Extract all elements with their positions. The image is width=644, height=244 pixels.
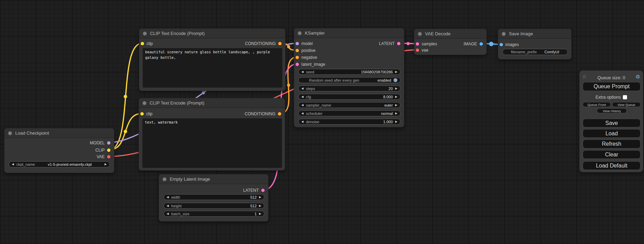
increment-arrow-icon[interactable]: ▶ (259, 196, 261, 199)
random-seed-toggle-widget[interactable]: Random seed after every gen enabled (298, 77, 400, 83)
input-slot-clip[interactable]: clip (140, 110, 152, 117)
output-slot-latent[interactable]: LATENT (379, 40, 400, 47)
batch-size-widget[interactable]: ◀ batch_size 1 ▶ (164, 211, 264, 217)
collapse-dot-icon[interactable] (162, 177, 167, 181)
clip-slot-icon[interactable] (107, 148, 111, 152)
clip-slot-icon[interactable] (140, 112, 144, 116)
queue-front-button[interactable]: Queue Front (583, 102, 611, 107)
decrement-arrow-icon[interactable]: ◀ (167, 213, 169, 215)
decrement-arrow-icon[interactable]: ◀ (12, 163, 14, 166)
load-button[interactable]: Load (583, 129, 641, 138)
toggle-on-icon[interactable] (394, 78, 397, 82)
clip-slot-icon[interactable] (141, 42, 144, 45)
latent-slot-icon[interactable] (295, 63, 299, 66)
input-slot-positive[interactable]: positive (295, 47, 316, 54)
widget-value[interactable]: 156680208700286 (361, 70, 393, 74)
node-load-checkpoint[interactable]: Load Checkpoint MODEL CLIP VAE ◀ ckpt_na… (4, 128, 114, 173)
widget-value[interactable]: 1.000 (383, 120, 393, 124)
decrement-arrow-icon[interactable]: ◀ (301, 112, 303, 115)
width-widget[interactable]: ◀ width 512 ▶ (164, 194, 264, 200)
widget-value[interactable]: 512 (250, 204, 256, 208)
vae-slot-icon[interactable] (107, 155, 111, 159)
input-slot-images[interactable]: images (500, 41, 519, 48)
increment-arrow-icon[interactable]: ▶ (395, 87, 397, 90)
increment-arrow-icon[interactable]: ▶ (395, 120, 397, 123)
gear-icon[interactable]: ⚙ (636, 74, 640, 80)
vae-slot-icon[interactable] (416, 48, 419, 52)
widget-value[interactable]: euler (384, 103, 392, 107)
output-slot-conditioning[interactable]: CONDITIONING (245, 110, 281, 117)
latent-slot-icon[interactable] (261, 189, 265, 192)
widget-value[interactable]: normal (381, 111, 393, 116)
increment-arrow-icon[interactable]: ▶ (395, 71, 397, 73)
load-default-button[interactable]: Load Default (583, 161, 641, 170)
decrement-arrow-icon[interactable]: ◀ (301, 104, 303, 107)
widget-value[interactable]: 512 (250, 195, 256, 199)
cfg-widget[interactable]: ◀ cfg 8.000 ▶ (298, 94, 400, 100)
increment-arrow-icon[interactable]: ▶ (259, 213, 261, 215)
conditioning-slot-icon[interactable] (278, 42, 282, 45)
filename-prefix-widget[interactable]: filename_prefix ComfyUI (502, 49, 568, 55)
output-slot-latent[interactable]: LATENT (243, 187, 265, 194)
increment-arrow-icon[interactable]: ▶ (395, 104, 397, 107)
widget-value[interactable]: 20 (389, 87, 393, 91)
widget-value[interactable]: v1-5-pruned-emaonly.ckpt (35, 162, 105, 166)
conditioning-slot-icon[interactable] (278, 112, 281, 116)
collapse-dot-icon[interactable] (298, 31, 302, 35)
decrement-arrow-icon[interactable]: ◀ (301, 87, 303, 90)
image-slot-icon[interactable] (500, 43, 503, 46)
queue-prompt-button[interactable]: Queue Prompt (583, 82, 641, 91)
output-slot-image[interactable]: IMAGE (464, 40, 483, 47)
decrement-arrow-icon[interactable]: ◀ (301, 120, 303, 123)
input-slot-model[interactable]: model (295, 40, 313, 47)
input-slot-vae[interactable]: vae (416, 47, 428, 54)
model-slot-icon[interactable] (295, 42, 299, 45)
input-slot-clip[interactable]: clip (141, 40, 153, 47)
increment-arrow-icon[interactable]: ▶ (395, 112, 397, 115)
denoise-widget[interactable]: ◀ denoise 1.000 ▶ (298, 119, 400, 125)
height-widget[interactable]: ◀ height 512 ▶ (164, 203, 264, 209)
sampler-name-widget[interactable]: ◀ sampler_name euler ▶ (298, 102, 400, 108)
extra-options-checkbox[interactable] (623, 95, 627, 99)
node-title-bar[interactable]: CLIP Text Encode (Prompt) (139, 98, 285, 108)
view-queue-button[interactable]: View Queue (612, 102, 641, 107)
steps-widget[interactable]: ◀ steps 20 ▶ (298, 85, 400, 91)
node-title-bar[interactable]: Save Image (498, 29, 571, 39)
node-clip-text-encode-positive[interactable]: CLIP Text Encode (Prompt) clip CONDITION… (139, 28, 285, 91)
image-slot-icon[interactable] (479, 42, 483, 46)
seed-widget[interactable]: ◀ seed 156680208700286 ▶ (298, 69, 400, 75)
increment-arrow-icon[interactable]: ▶ (105, 163, 107, 166)
conditioning-slot-icon[interactable] (295, 56, 299, 59)
node-title-bar[interactable]: Load Checkpoint (5, 128, 114, 138)
input-slot-negative[interactable]: negative (295, 54, 317, 61)
node-title-bar[interactable]: VAE Decode (414, 29, 486, 39)
conditioning-slot-icon[interactable] (295, 49, 299, 52)
node-ksampler[interactable]: KSampler model positive negative latent_… (294, 28, 404, 127)
widget-value[interactable]: 1 (255, 212, 257, 216)
collapse-dot-icon[interactable] (502, 32, 506, 36)
decrement-arrow-icon[interactable]: ◀ (167, 196, 169, 199)
collapse-dot-icon[interactable] (8, 131, 12, 135)
refresh-button[interactable]: Refresh (583, 139, 641, 148)
node-vae-decode[interactable]: VAE Decode samples vae IMAGE (414, 29, 487, 55)
node-clip-text-encode-negative[interactable]: CLIP Text Encode (Prompt) clip CONDITION… (139, 98, 285, 171)
latent-slot-icon[interactable] (397, 42, 400, 45)
output-slot-conditioning[interactable]: CONDITIONING (245, 40, 282, 47)
collapse-dot-icon[interactable] (142, 101, 147, 105)
clear-button[interactable]: Clear (583, 150, 641, 159)
output-slot-clip[interactable]: CLIP (95, 147, 111, 154)
latent-slot-icon[interactable] (416, 42, 419, 46)
input-slot-latent-image[interactable]: latent_image (295, 61, 325, 68)
node-title-bar[interactable]: Empty Latent Image (159, 174, 268, 184)
model-slot-icon[interactable] (107, 141, 111, 145)
increment-arrow-icon[interactable]: ▶ (259, 205, 261, 207)
view-history-button[interactable]: View History (597, 108, 627, 113)
node-title-bar[interactable]: KSampler (294, 28, 404, 38)
ckpt-name-widget[interactable]: ◀ ckpt_name v1-5-pruned-emaonly.ckpt ▶ (9, 161, 110, 168)
output-slot-vae[interactable]: VAE (97, 153, 111, 160)
input-slot-samples[interactable]: samples (416, 40, 437, 47)
node-empty-latent-image[interactable]: Empty Latent Image LATENT ◀ width 512 ▶ … (159, 174, 268, 222)
prompt-textarea[interactable]: text, watermark (142, 118, 282, 168)
scheduler-widget[interactable]: ◀ scheduler normal ▶ (298, 110, 400, 116)
widget-value[interactable]: 8.000 (383, 95, 393, 99)
